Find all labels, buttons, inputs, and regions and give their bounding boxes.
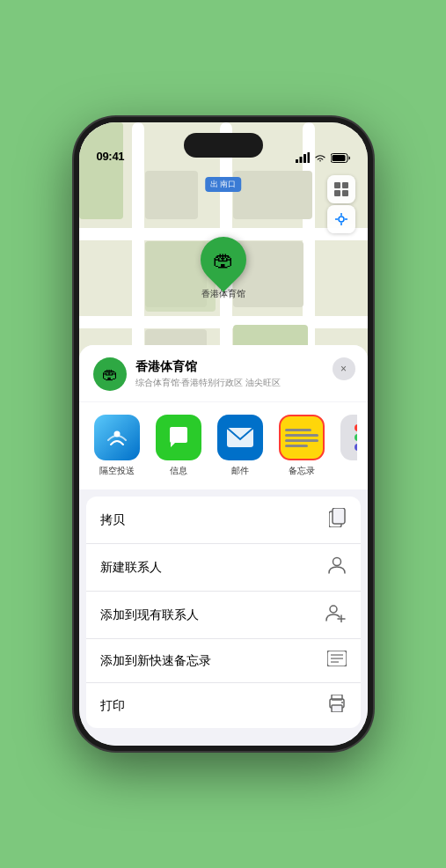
notes-line-2 [285,434,318,437]
map-label-text: 南口 [220,180,236,188]
notes-lines [281,423,323,452]
svg-rect-6 [334,182,340,188]
messages-icon [156,415,201,460]
notes-line-3 [285,439,318,442]
print-svg [327,695,347,712]
add-contact-icon [325,603,347,627]
mail-icon [217,415,263,460]
location-card: 🏟 香港体育馆 综合体育馆·香港特别行政区 油尖旺区 × [79,345,368,401]
location-desc: 综合体育馆·香港特别行政区 油尖旺区 [135,377,354,389]
action-add-contact[interactable]: 添加到现有联系人 [86,592,361,639]
location-icon [335,213,347,225]
svg-rect-8 [334,190,340,196]
map-view-button[interactable] [327,175,355,203]
stadium-pin[interactable]: 🏟 香港体育馆 [201,237,246,300]
battery-icon [331,153,350,163]
svg-rect-18 [333,508,345,524]
person-svg [327,555,347,575]
new-contact-label: 新建联系人 [100,560,162,576]
svg-point-10 [339,217,344,222]
action-print[interactable]: 打印 [86,683,361,728]
wifi-icon [314,153,326,163]
share-sheet: 🏟 香港体育馆 综合体育馆·香港特别行政区 油尖旺区 × [79,345,368,746]
new-contact-icon [327,555,347,579]
phone-screen: 09:41 [79,122,368,746]
dynamic-island [184,133,263,158]
print-icon [327,695,347,717]
memo-svg [327,651,347,666]
pin-emoji: 🏟 [213,247,234,272]
svg-rect-0 [296,159,298,163]
notes-line-4 [285,445,309,447]
svg-rect-2 [303,154,306,163]
svg-rect-9 [342,190,348,196]
copy-svg [329,508,347,527]
print-label: 打印 [100,698,125,714]
app-item-more[interactable]: 提 [336,415,357,477]
copy-label: 拷贝 [100,512,125,528]
status-icons [296,152,350,163]
location-button[interactable] [327,205,355,233]
app-item-messages[interactable]: 信息 [151,415,206,477]
more-icon [340,415,357,460]
location-info: 香港体育馆 综合体育馆·香港特别行政区 油尖旺区 [135,359,354,389]
app-item-airdrop[interactable]: 隔空投送 [90,415,144,477]
quick-note-icon [327,651,347,671]
status-time: 09:41 [97,150,125,163]
svg-point-30 [341,702,343,703]
location-name: 香港体育馆 [135,359,354,375]
map-controls [327,175,355,233]
map-label: 出 南口 [205,177,242,192]
app-item-notes[interactable]: 备忘录 [274,415,329,477]
mail-label: 邮件 [231,465,249,477]
svg-rect-3 [307,152,310,163]
app-item-mail[interactable]: 邮件 [213,415,267,477]
svg-rect-1 [299,157,302,163]
close-button[interactable]: × [333,357,355,380]
phone-frame: 09:41 [74,117,373,751]
apps-section: 隔空投送 信息 [79,402,368,489]
action-new-contact[interactable]: 新建联系人 [86,544,361,592]
svg-rect-28 [332,705,342,712]
messages-svg [166,425,191,450]
signal-icon [296,152,310,163]
map-label-prefix: 出 [210,180,218,188]
mail-svg [227,428,253,447]
more-dots [347,417,357,458]
action-quick-note[interactable]: 添加到新快速备忘录 [86,639,361,683]
actions-section: 拷贝 新建联系人 [86,497,361,728]
airdrop-svg [105,425,129,450]
person-add-svg [325,603,347,622]
svg-rect-7 [342,182,348,188]
svg-point-19 [333,558,340,566]
action-copy[interactable]: 拷贝 [86,497,361,544]
svg-point-20 [330,606,337,613]
copy-icon [329,508,347,532]
location-card-icon: 🏟 [93,357,127,391]
svg-rect-5 [332,155,345,161]
pin-icon: 🏟 [191,227,256,292]
messages-label: 信息 [170,465,187,477]
quick-note-label: 添加到新快速备忘录 [100,653,211,669]
map-icon [334,182,348,196]
notes-line-1 [285,429,311,431]
notes-icon [279,415,325,460]
add-contact-label: 添加到现有联系人 [100,607,199,623]
apps-row: 隔空投送 信息 [90,415,357,477]
airdrop-label: 隔空投送 [99,465,135,477]
notes-label: 备忘录 [289,465,315,477]
airdrop-icon [94,415,140,460]
